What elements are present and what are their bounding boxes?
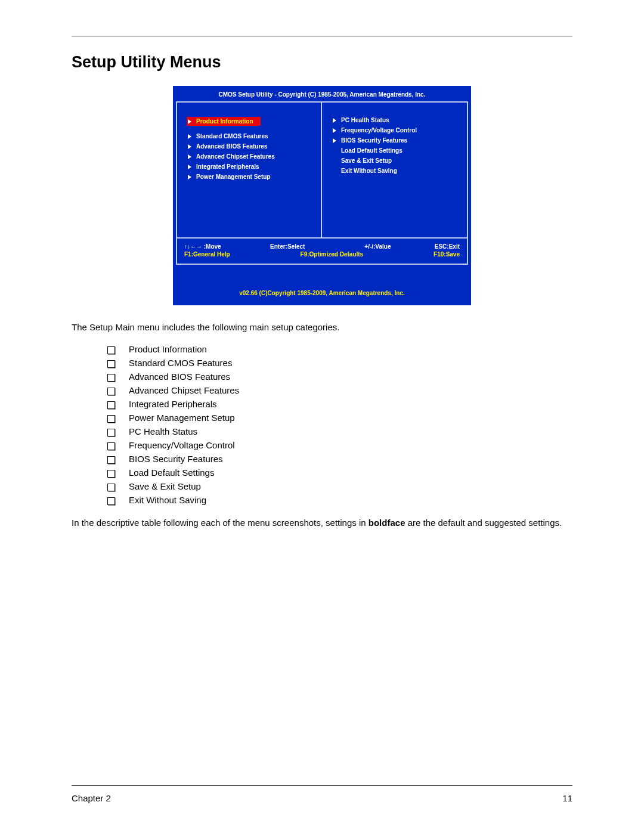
bios-menu-item[interactable]: PC Health Status	[333, 117, 461, 123]
bios-menu-label: Product Information	[196, 118, 253, 125]
submenu-arrow-icon	[333, 118, 336, 123]
bios-menu-label: Standard CMOS Features	[196, 133, 268, 140]
submenu-arrow-icon	[188, 165, 191, 169]
note-post: are the default and suggested settings.	[405, 518, 562, 528]
help-enter: Enter:Select	[253, 243, 323, 250]
submenu-arrow-icon	[333, 138, 336, 143]
category-item: Exit Without Saving	[107, 495, 572, 505]
bios-menu-label: Exit Without Saving	[341, 168, 397, 174]
bios-menu-label: Integrated Peripherals	[196, 163, 259, 170]
bios-screenshot: CMOS Setup Utility - Copyright (C) 1985-…	[72, 86, 572, 305]
page-title: Setup Utility Menus	[72, 53, 572, 72]
submenu-arrow-icon	[188, 175, 191, 179]
note-text: In the descriptive table following each …	[72, 517, 572, 529]
bios-menu-item[interactable]: Integrated Peripherals	[188, 163, 315, 170]
category-item: Product Information	[107, 344, 572, 354]
submenu-arrow-icon	[188, 144, 191, 149]
category-list: Product InformationStandard CMOS Feature…	[107, 340, 572, 509]
help-f9: F9:Optimized Defaults	[230, 251, 434, 258]
category-item: Integrated Peripherals	[107, 399, 572, 409]
bios-menu-label: Power Management Setup	[196, 174, 270, 180]
bios-menu-item[interactable]: Standard CMOS Features	[188, 133, 315, 140]
category-item: Advanced BIOS Features	[107, 371, 572, 382]
bios-menu-label: Advanced BIOS Features	[196, 143, 267, 150]
bios-menu-item[interactable]: Advanced Chipset Features	[188, 153, 315, 160]
help-esc: ESC:Exit	[391, 243, 460, 250]
category-item: Save & Exit Setup	[107, 481, 572, 491]
note-pre: In the descriptive table following each …	[72, 518, 369, 528]
submenu-arrow-icon	[188, 119, 191, 124]
bios-menu-item[interactable]: Advanced BIOS Features	[188, 143, 315, 150]
bios-menu-item[interactable]: Power Management Setup	[188, 174, 315, 180]
category-item: Advanced Chipset Features	[107, 385, 572, 395]
bios-footer: v02.66 (C)Copyright 1985-2009, American …	[176, 265, 468, 302]
submenu-arrow-icon	[188, 154, 191, 159]
note-bold: boldface	[369, 518, 405, 528]
bios-menu-label: Advanced Chipset Features	[196, 153, 275, 160]
page-footer: Chapter 2 11	[72, 785, 572, 803]
bios-menu-label: PC Health Status	[341, 117, 389, 123]
footer-chapter: Chapter 2	[72, 793, 111, 803]
bios-menu-label: Load Default Settings	[341, 147, 402, 154]
top-rule	[72, 36, 572, 36]
bios-help-bar: ↑↓←→ :Move Enter:Select +/-/:Value ESC:E…	[176, 239, 468, 265]
bios-menu-item[interactable]: Product Information	[187, 117, 261, 126]
category-item: Standard CMOS Features	[107, 358, 572, 368]
category-item: Frequency/Voltage Control	[107, 440, 572, 450]
category-item: BIOS Security Features	[107, 454, 572, 464]
bios-menu-label: BIOS Security Features	[341, 137, 407, 144]
bios-menu-item[interactable]: Save & Exit Setup	[333, 157, 461, 164]
help-f1: F1:General Help	[184, 251, 230, 258]
category-item: PC Health Status	[107, 426, 572, 436]
help-move: ↑↓←→ :Move	[184, 243, 253, 250]
help-f10: F10:Save	[434, 251, 460, 258]
category-item: Power Management Setup	[107, 413, 572, 423]
bios-menu-left: Product InformationStandard CMOS Feature…	[177, 103, 322, 237]
submenu-arrow-icon	[188, 134, 191, 139]
category-item: Load Default Settings	[107, 467, 572, 478]
intro-text: The Setup Main menu includes the followi…	[72, 322, 572, 332]
bios-menu-right: PC Health StatusFrequency/Voltage Contro…	[322, 103, 467, 237]
bios-header: CMOS Setup Utility - Copyright (C) 1985-…	[176, 89, 468, 101]
bios-menu-item[interactable]: Frequency/Voltage Control	[333, 127, 461, 134]
submenu-arrow-icon	[333, 128, 336, 133]
help-value: +/-/:Value	[322, 243, 391, 250]
bios-menu-label: Frequency/Voltage Control	[341, 127, 417, 134]
footer-page-number: 11	[562, 793, 572, 803]
bios-menu-item[interactable]: Load Default Settings	[333, 147, 461, 154]
bios-menu-item[interactable]: BIOS Security Features	[333, 137, 461, 144]
bios-menu-item[interactable]: Exit Without Saving	[333, 168, 461, 174]
bios-menu-label: Save & Exit Setup	[341, 157, 392, 164]
